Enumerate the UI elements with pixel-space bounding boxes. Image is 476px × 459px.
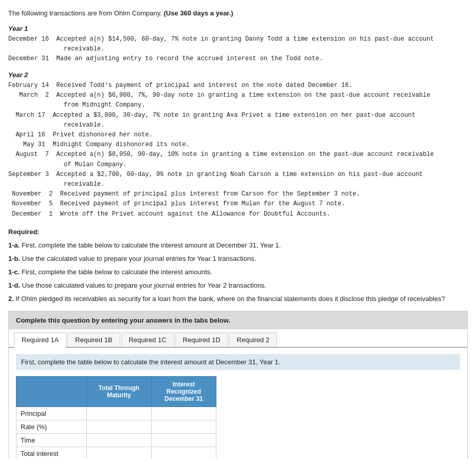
tab-content-1a: First, complete the table below to calcu… [9,348,467,459]
row-label-rate: Rate (%) [16,420,87,434]
table-row: Principal [16,407,216,420]
row-label-time: Time [16,434,87,447]
transaction-line: receivable. [8,180,468,189]
tab-required-2[interactable]: Required 2 [229,332,278,347]
required-section: Required: 1-a. First, complete the table… [8,226,468,305]
intro-paragraph: The following transactions are from Ohlm… [8,8,468,19]
intro-text-before-bold: The following transactions are from Ohlm… [8,9,164,17]
time-dec31-input[interactable] [156,436,212,444]
row-label-total-interest: Total interest [16,447,87,459]
tab-bar: Required 1A Required 1B Required 1C Requ… [9,332,467,348]
time-dec31-input-cell [151,434,216,447]
time-total-input[interactable] [91,436,147,444]
tab-header-box: Complete this question by entering your … [9,311,467,329]
total-interest-total-input-cell [86,447,151,459]
transaction-line: December 16 Accepted a(n) $14,500, 60-da… [8,34,468,44]
table-row: Total interest [16,447,216,459]
tab-container: Complete this question by entering your … [8,311,468,459]
req-1d: 1-d. Use those calculated values to prep… [8,280,468,291]
transaction-line: December 31 Made an adjusting entry to r… [8,54,468,64]
total-interest-total-input[interactable] [91,450,147,457]
transaction-line: November 5 Received payment of principal… [8,199,468,209]
req-1a: 1-a. First, complete the table below to … [8,240,468,251]
rate-dec31-input[interactable] [156,423,212,431]
tab-required-1b[interactable]: Required 1B [67,332,120,347]
req-1c: 1-c. First, complete the table below to … [8,267,468,278]
transaction-line: receivable. [8,120,468,130]
req-1b: 1-b. Use the calculated value to prepare… [8,253,468,264]
year2-transactions: February 14 Received Todd's payment of p… [8,81,468,219]
transaction-line: from Midnight Company. [8,100,468,110]
rate-total-input-cell [86,420,151,434]
transaction-line: February 14 Received Todd's payment of p… [8,81,468,91]
complete-instruction: Complete this question by entering your … [16,316,230,324]
total-interest-dec31-input-cell [151,447,216,459]
year1-heading: Year 1 [8,25,468,32]
tab-required-1c[interactable]: Required 1C [121,332,174,347]
req-2: 2. If Ohlm pledged its receivables as se… [8,293,468,305]
interest-table: Total ThroughMaturity InterestRecognized… [16,376,216,459]
principal-total-input-cell [86,407,151,420]
principal-dec31-input-cell [151,407,216,420]
rate-dec31-input-cell [151,420,216,434]
year2-heading: Year 2 [8,71,468,79]
rate-total-input[interactable] [91,423,147,431]
transaction-line: March 2 Accepted a(n) $6,900, 7%, 90-day… [8,91,468,100]
transaction-line: September 3 Accepted a $2,700, 60-day, 9… [8,170,468,180]
transaction-line: April 16 Privet dishonored her note. [8,130,468,140]
intro-bold-text: (Use 360 days a year.) [164,9,233,17]
principal-dec31-input[interactable] [156,410,212,417]
table-row: Rate (%) [16,420,216,434]
transaction-line: March 17 Accepted a $3,800, 30-day, 7% n… [8,111,468,120]
table-row: Time [16,434,216,447]
transaction-line: of Mulan Company. [8,160,468,170]
tab-required-1a[interactable]: Required 1A [14,332,66,348]
transaction-line: August 7 Accepted a(n) $8,950, 90-day, 1… [8,150,468,160]
tab-required-1d[interactable]: Required 1D [175,332,228,347]
transaction-line: receivable. [8,44,468,54]
table-header-empty [16,377,87,407]
tab-instruction: First, complete the table below to calcu… [16,354,460,370]
time-total-input-cell [86,434,151,447]
transaction-line: November 2 Received payment of principal… [8,189,468,199]
table-header-interest: InterestRecognizedDecember 31 [151,377,216,407]
total-interest-dec31-input[interactable] [156,450,212,457]
required-heading: Required: [8,228,40,236]
year1-transactions: December 16 Accepted a(n) $14,500, 60-da… [8,34,468,64]
table-header-total: Total ThroughMaturity [86,377,151,407]
row-label-principal: Principal [16,407,87,420]
principal-total-input[interactable] [91,410,147,417]
transaction-line: May 31 Midnight Company dishonored its n… [8,140,468,150]
transaction-line: December 1 Wrote off the Privet account … [8,209,468,219]
